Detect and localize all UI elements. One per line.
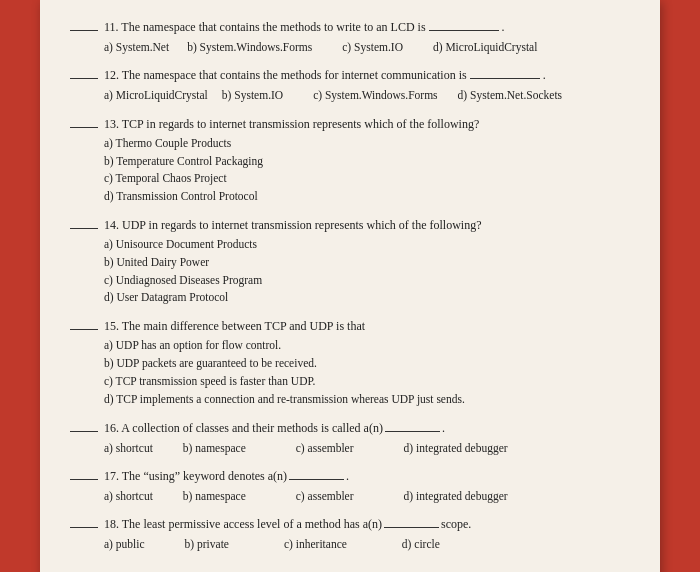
answer-18c: c) inheritance [284, 535, 347, 553]
answer-17b: b) namespace [183, 487, 246, 505]
question-11: 11. The namespace that contains the meth… [70, 18, 630, 56]
question-14: 14. UDP in regards to internet transmiss… [70, 216, 630, 307]
answer-18d: d) circle [402, 535, 440, 553]
question-13: 13. TCP in regards to internet transmiss… [70, 115, 630, 206]
question-17: 17. The “using” keyword denotes a(n). a)… [70, 467, 630, 505]
answer-13a: a) Thermo Couple Products [104, 135, 630, 153]
answer-18b: b) private [185, 535, 229, 553]
answer-18a: a) public [104, 535, 145, 553]
answer-blank-14 [70, 228, 98, 229]
answer-12d: d) System.Net.Sockets [458, 86, 562, 104]
answer-11b: b) System.Windows.Forms [187, 38, 312, 56]
question-12: 12. The namespace that contains the meth… [70, 66, 630, 104]
answer-14d: d) User Datagram Protocol [104, 289, 630, 307]
question-text-13: 13. TCP in regards to internet transmiss… [104, 115, 630, 133]
answer-13b: b) Temperature Control Packaging [104, 153, 630, 171]
answer-17c: c) assembler [296, 487, 354, 505]
question-text-15: 15. The main difference between TCP and … [104, 317, 630, 335]
answer-11d: d) MicroLiquidCrystal [433, 38, 537, 56]
answers-17: a) shortcut b) namespace c) assembler d)… [104, 487, 630, 505]
answer-13d: d) Transmission Control Protocol [104, 188, 630, 206]
answer-14b: b) United Dairy Power [104, 254, 630, 272]
answer-13c: c) Temporal Chaos Project [104, 170, 630, 188]
answer-16a: a) shortcut [104, 439, 153, 457]
answer-blank-15 [70, 329, 98, 330]
answer-15c: c) TCP transmission speed is faster than… [104, 373, 630, 391]
answers-12: a) MicroLiquidCrystal b) System.IO c) Sy… [104, 86, 630, 104]
answer-12c: c) System.Windows.Forms [313, 86, 437, 104]
answer-17d: d) integrated debugger [404, 487, 508, 505]
answer-blank-17 [70, 479, 98, 480]
exam-paper: 11. The namespace that contains the meth… [40, 0, 660, 572]
question-16: 16. A collection of classes and their me… [70, 419, 630, 457]
answers-15: a) UDP has an option for flow control. b… [104, 337, 630, 408]
question-text-16: 16. A collection of classes and their me… [104, 419, 630, 437]
question-text-12: 12. The namespace that contains the meth… [104, 66, 630, 84]
question-text-11: 11. The namespace that contains the meth… [104, 18, 630, 36]
answer-16c: c) assembler [296, 439, 354, 457]
answer-14c: c) Undiagnosed Diseases Program [104, 272, 630, 290]
answer-blank-13 [70, 127, 98, 128]
question-18: 18. The least permissive access level of… [70, 515, 630, 553]
answer-11a: a) System.Net [104, 38, 169, 56]
answer-15a: a) UDP has an option for flow control. [104, 337, 630, 355]
answer-blank-11 [70, 30, 98, 31]
answer-16d: d) integrated debugger [404, 439, 508, 457]
answer-blank-12 [70, 78, 98, 79]
answer-11c: c) System.IO [342, 38, 403, 56]
answer-16b: b) namespace [183, 439, 246, 457]
answer-12a: a) MicroLiquidCrystal [104, 86, 208, 104]
answers-18: a) public b) private c) inheritance d) c… [104, 535, 630, 553]
question-text-14: 14. UDP in regards to internet transmiss… [104, 216, 630, 234]
answers-14: a) Unisource Document Products b) United… [104, 236, 630, 307]
question-15: 15. The main difference between TCP and … [70, 317, 630, 408]
answers-13: a) Thermo Couple Products b) Temperature… [104, 135, 630, 206]
answers-11: a) System.Net b) System.Windows.Forms c)… [104, 38, 630, 56]
question-text-18: 18. The least permissive access level of… [104, 515, 630, 533]
question-text-17: 17. The “using” keyword denotes a(n). [104, 467, 630, 485]
answer-15d: d) TCP implements a connection and re-tr… [104, 391, 630, 409]
answer-14a: a) Unisource Document Products [104, 236, 630, 254]
answer-15b: b) UDP packets are guaranteed to be rece… [104, 355, 630, 373]
answer-blank-18 [70, 527, 98, 528]
answer-17a: a) shortcut [104, 487, 153, 505]
answer-blank-16 [70, 431, 98, 432]
answer-12b: b) System.IO [222, 86, 283, 104]
answers-16: a) shortcut b) namespace c) assembler d)… [104, 439, 630, 457]
